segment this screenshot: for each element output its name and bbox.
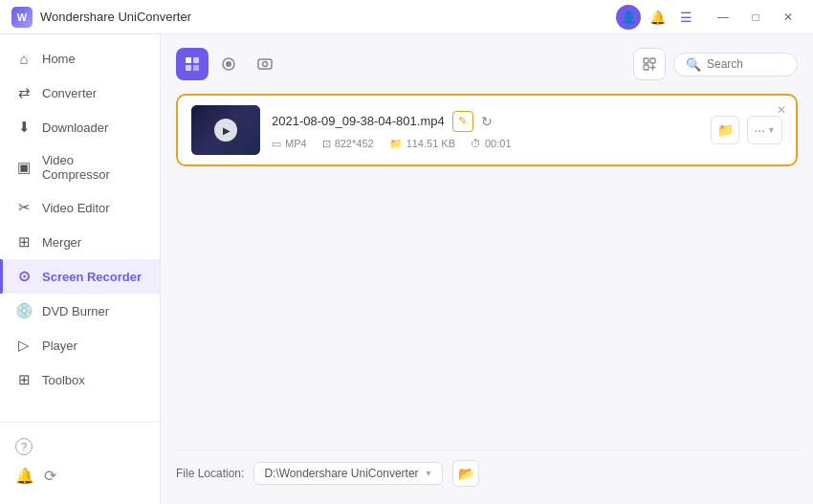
file-info: 2021-08-09_09-38-04-801.mp4 ✎ ↻ ▭ MP4 ⊡ … bbox=[272, 111, 711, 150]
converter-icon: ⇄ bbox=[15, 84, 33, 101]
resolution-icon: ⊡ bbox=[322, 138, 331, 150]
add-files-button[interactable] bbox=[633, 48, 666, 80]
merger-icon: ⊞ bbox=[15, 233, 33, 251]
meta-duration: ⏱ 00:01 bbox=[471, 138, 512, 149]
play-button[interactable]: ▶ bbox=[214, 119, 237, 142]
feedback-icon[interactable]: ⟳ bbox=[44, 467, 56, 485]
sidebar-item-dvd-burner[interactable]: 💿 DVD Burner bbox=[0, 294, 160, 328]
file-location-select[interactable]: D:\Wondershare UniConverter ▼ bbox=[253, 462, 443, 485]
menu-icon-btn[interactable]: ☰ bbox=[673, 5, 698, 30]
sidebar-item-player[interactable]: ▷ Player bbox=[0, 328, 160, 362]
open-folder-button[interactable]: 📁 bbox=[711, 116, 739, 144]
top-bar: 🔍 bbox=[176, 48, 798, 80]
help-icon: ? bbox=[15, 438, 33, 455]
sidebar-item-downloader[interactable]: ⬇ Downloader bbox=[0, 110, 160, 144]
titlebar-left: W Wondershare UniConverter bbox=[11, 7, 191, 28]
svg-rect-6 bbox=[258, 59, 272, 69]
format-icon: ▭ bbox=[272, 138, 281, 150]
meta-format: ▭ MP4 bbox=[272, 138, 307, 150]
sidebar-item-label: Converter bbox=[42, 86, 97, 100]
file-location-label: File Location: bbox=[176, 467, 244, 480]
maximize-button[interactable]: □ bbox=[742, 8, 769, 27]
svg-rect-1 bbox=[193, 57, 199, 63]
svg-rect-0 bbox=[186, 57, 191, 63]
app-title: Wondershare UniConverter bbox=[40, 10, 191, 24]
chevron-down-icon: ▼ bbox=[767, 125, 776, 135]
sidebar-item-video-editor[interactable]: ✂ Video Editor bbox=[0, 190, 160, 225]
downloader-icon: ⬇ bbox=[15, 119, 33, 136]
meta-resolution: ⊡ 822*452 bbox=[322, 138, 374, 150]
tab-button-1[interactable] bbox=[176, 48, 209, 80]
size-value: 114.51 KB bbox=[406, 138, 455, 149]
minimize-button[interactable]: — bbox=[710, 8, 736, 27]
sidebar-item-converter[interactable]: ⇄ Converter bbox=[0, 76, 160, 110]
sidebar-bottom: ? 🔔 ⟳ bbox=[0, 422, 160, 496]
search-input[interactable] bbox=[707, 57, 785, 71]
app-logo: W bbox=[11, 7, 33, 28]
svg-rect-8 bbox=[644, 58, 648, 63]
more-dots-icon: ··· bbox=[754, 122, 765, 138]
sidebar-item-merger[interactable]: ⊞ Merger bbox=[0, 225, 160, 259]
sidebar-item-label: Home bbox=[42, 52, 76, 66]
browse-folder-button[interactable]: 📂 bbox=[452, 460, 479, 487]
sidebar-bottom-help[interactable]: ? bbox=[0, 430, 160, 463]
sidebar-item-label: Video Compressor bbox=[42, 153, 144, 182]
file-name: 2021-08-09_09-38-04-801.mp4 bbox=[272, 114, 445, 128]
sidebar-item-label: Merger bbox=[42, 235, 81, 250]
sidebar-item-label: Screen Recorder bbox=[42, 270, 142, 284]
more-options-button[interactable]: ··· ▼ bbox=[747, 116, 782, 144]
bell-icon-btn[interactable]: 🔔 bbox=[645, 5, 670, 30]
card-right: 📁 ··· ▼ bbox=[711, 116, 782, 144]
refresh-icon[interactable]: ↻ bbox=[481, 114, 493, 129]
svg-point-7 bbox=[263, 62, 268, 67]
close-card-button[interactable]: ✕ bbox=[773, 101, 790, 119]
titlebar: W Wondershare UniConverter 👤 🔔 ☰ — □ ✕ bbox=[0, 0, 813, 34]
size-icon: 📁 bbox=[389, 138, 403, 150]
sidebar-item-label: Toolbox bbox=[42, 373, 85, 387]
sidebar-item-screen-recorder[interactable]: ⊙ Screen Recorder bbox=[0, 259, 160, 294]
svg-rect-9 bbox=[650, 58, 655, 63]
toolbox-icon: ⊞ bbox=[15, 371, 33, 388]
meta-size: 📁 114.51 KB bbox=[389, 138, 455, 150]
svg-rect-10 bbox=[644, 65, 648, 70]
svg-point-5 bbox=[226, 61, 231, 67]
bell-bottom-icon[interactable]: 🔔 bbox=[15, 467, 34, 485]
tab-button-3[interactable] bbox=[249, 48, 281, 80]
dvd-burner-icon: 💿 bbox=[15, 302, 33, 319]
sidebar-item-home[interactable]: ⌂ Home bbox=[0, 42, 160, 76]
file-meta: ▭ MP4 ⊡ 822*452 📁 114.51 KB ⏱ bbox=[272, 138, 711, 150]
sidebar-item-toolbox[interactable]: ⊞ Toolbox bbox=[0, 362, 160, 397]
duration-icon: ⏱ bbox=[471, 138, 481, 149]
sidebar-item-label: Downloader bbox=[42, 121, 108, 135]
video-editor-icon: ✂ bbox=[15, 199, 33, 216]
svg-rect-3 bbox=[193, 65, 199, 71]
sidebar-item-label: Player bbox=[42, 339, 77, 353]
home-icon: ⌂ bbox=[15, 51, 33, 67]
folder-open-icon: 📂 bbox=[458, 466, 474, 481]
profile-icon-btn[interactable]: 👤 bbox=[616, 5, 641, 30]
file-thumbnail: ▶ bbox=[191, 105, 260, 155]
active-indicator bbox=[0, 259, 3, 294]
file-name-row: 2021-08-09_09-38-04-801.mp4 ✎ ↻ bbox=[272, 111, 711, 132]
sidebar-item-label: DVD Burner bbox=[42, 304, 109, 318]
search-box: 🔍 bbox=[673, 53, 798, 77]
titlebar-controls: — □ ✕ bbox=[710, 8, 802, 27]
card-left: ▶ 2021-08-09_09-38-04-801.mp4 ✎ ↻ ▭ MP4 bbox=[191, 105, 711, 155]
duration-value: 00:01 bbox=[485, 138, 512, 149]
search-icon: 🔍 bbox=[686, 57, 701, 72]
svg-rect-2 bbox=[186, 65, 191, 71]
format-value: MP4 bbox=[285, 138, 307, 149]
dropdown-arrow-icon: ▼ bbox=[425, 469, 433, 478]
app-body: ⌂ Home ⇄ Converter ⬇ Downloader ▣ Video … bbox=[0, 34, 813, 504]
edit-filename-button[interactable]: ✎ bbox=[452, 111, 473, 132]
tab-button-2[interactable] bbox=[212, 48, 245, 80]
content-area bbox=[176, 176, 798, 449]
close-button[interactable]: ✕ bbox=[775, 8, 802, 27]
main-content: 🔍 ✕ ▶ 2021-08-09_09-38-04-801.mp4 ✎ ↻ bbox=[161, 34, 813, 504]
sidebar: ⌂ Home ⇄ Converter ⬇ Downloader ▣ Video … bbox=[0, 34, 161, 504]
sidebar-item-video-compressor[interactable]: ▣ Video Compressor bbox=[0, 144, 160, 190]
resolution-value: 822*452 bbox=[335, 138, 374, 149]
tab-group bbox=[176, 48, 281, 80]
file-card: ✕ ▶ 2021-08-09_09-38-04-801.mp4 ✎ ↻ ▭ bbox=[176, 94, 798, 166]
footer: File Location: D:\Wondershare UniConvert… bbox=[176, 449, 798, 491]
